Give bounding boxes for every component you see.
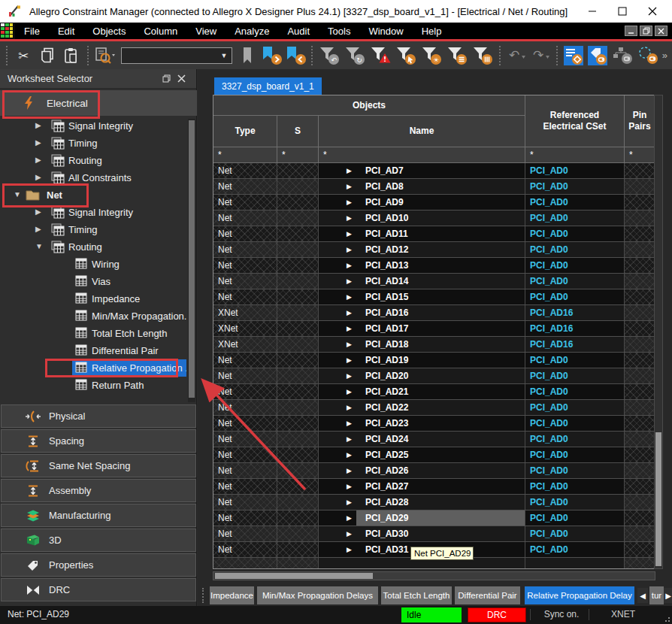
tree-item-signal-integrity[interactable]: ▶Signal Integrity <box>0 204 186 221</box>
cset-cell[interactable]: PCI_AD0 <box>525 368 625 383</box>
cset-cell[interactable]: PCI_AD0 <box>525 526 625 541</box>
menu-item-column[interactable]: Column <box>135 23 186 39</box>
pin-pairs-cell[interactable] <box>625 447 655 462</box>
s-cell[interactable] <box>277 542 319 557</box>
s-cell[interactable] <box>277 305 319 320</box>
type-cell[interactable]: Net <box>213 195 277 210</box>
worksheet-tab-relative-propagation-delay[interactable]: Relative Propagation Delay <box>525 586 634 604</box>
name-cell[interactable]: ▶PCI_AD20 <box>319 368 525 383</box>
expand-row-icon[interactable]: ▶ <box>319 368 356 383</box>
menu-item-window[interactable]: Window <box>359 23 412 39</box>
s-cell[interactable] <box>277 179 319 194</box>
expand-row-icon[interactable]: ▶ <box>319 479 356 494</box>
close-icon[interactable] <box>637 1 667 22</box>
pin-pairs-cell[interactable] <box>625 242 655 257</box>
tree-scrollbar-thumb[interactable] <box>189 120 195 398</box>
s-cell[interactable] <box>277 353 319 368</box>
pin-pairs-cell[interactable] <box>625 510 655 526</box>
s-cell[interactable] <box>277 195 319 210</box>
document-tab[interactable]: 3327_dsp_board_v1_1 <box>214 77 322 95</box>
expander-closed-icon[interactable]: ▶ <box>35 207 41 216</box>
expander-closed-icon[interactable]: ▶ <box>35 156 41 164</box>
expand-row-icon[interactable]: ▶ <box>319 447 356 462</box>
name-cell[interactable]: ▶PCI_AD9 <box>319 195 525 210</box>
cut-icon[interactable]: ✂ <box>13 44 34 67</box>
pin-pairs-cell[interactable] <box>625 495 655 510</box>
pin-pairs-cell[interactable] <box>625 289 655 304</box>
section-assembly[interactable]: Assembly <box>1 479 196 502</box>
cset-cell[interactable]: PCI_AD0 <box>525 258 625 273</box>
section-spacing[interactable]: Spacing <box>1 429 196 453</box>
type-cell[interactable]: Net <box>213 463 277 478</box>
name-cell[interactable]: ▶PCI_AD21 <box>319 384 525 399</box>
domain-header-electrical[interactable]: Electrical <box>0 90 197 116</box>
tag-toggle-icon[interactable] <box>587 44 608 67</box>
combobox-dropdown-icon[interactable]: ▼ <box>216 48 232 63</box>
tree-item-all-constraints[interactable]: ▶All Constraints <box>0 169 186 186</box>
type-cell[interactable]: Net <box>213 274 277 289</box>
expand-row-icon[interactable]: ▶ <box>319 542 356 557</box>
expand-row-icon[interactable]: ▶ <box>319 226 356 241</box>
pin-pairs-cell[interactable] <box>625 163 655 178</box>
cset-cell[interactable] <box>525 558 625 569</box>
expander-closed-icon[interactable]: ▶ <box>35 225 41 233</box>
name-cell[interactable]: ▶PCI_AD19 <box>319 353 525 368</box>
expand-row-icon[interactable]: ▶ <box>319 416 356 431</box>
pin-pairs-cell[interactable] <box>625 558 655 569</box>
name-cell[interactable]: ▶PCI_AD18 <box>319 337 525 352</box>
expander-open-icon[interactable]: ▼ <box>35 242 43 250</box>
s-cell[interactable] <box>277 211 319 226</box>
expand-row-icon[interactable]: ▶ <box>319 463 356 478</box>
expand-row-icon[interactable]: ▶ <box>319 163 356 178</box>
tab-scroll-right-icon[interactable]: ▶ <box>664 588 672 603</box>
section-physical[interactable]: Physical <box>1 404 196 428</box>
tree-item-min-max-propagation[interactable]: Min/Max Propagation... <box>0 307 186 325</box>
expander-closed-icon[interactable]: ▶ <box>35 173 41 181</box>
filter-error-icon[interactable]: ! <box>369 44 392 67</box>
tree-item-impedance[interactable]: Impedance <box>0 290 186 307</box>
next-bookmark-icon[interactable] <box>261 44 282 67</box>
expander-open-icon[interactable]: ▼ <box>14 190 21 198</box>
pin-pairs-cell[interactable] <box>625 368 655 383</box>
cset-cell[interactable]: PCI_AD0 <box>525 432 625 447</box>
expand-row-icon[interactable]: ▶ <box>319 337 356 352</box>
expand-row-icon[interactable]: ▶ <box>319 305 356 320</box>
pin-pairs-cell[interactable] <box>625 337 655 352</box>
type-cell[interactable]: Net <box>213 400 277 415</box>
tree-item-relative-propagation[interactable]: Relative Propagation .. <box>0 359 186 377</box>
s-cell[interactable] <box>277 163 319 178</box>
pin-pairs-cell[interactable] <box>625 258 655 273</box>
type-cell[interactable]: Net <box>213 226 277 241</box>
tree-item-routing[interactable]: ▼Routing <box>0 238 186 256</box>
pin-pairs-cell[interactable] <box>625 479 655 494</box>
name-cell[interactable]: ▶PCI_AD28 <box>319 495 525 510</box>
pin-pairs-cell[interactable] <box>625 179 655 194</box>
name-cell[interactable]: ▶PCI_AD22 <box>319 400 525 415</box>
name-cell[interactable]: ▶PCI_AD17 <box>319 321 525 336</box>
s-cell[interactable] <box>277 400 319 415</box>
type-cell[interactable]: Net <box>213 542 277 557</box>
s-cell[interactable] <box>277 479 319 494</box>
type-cell[interactable]: Net <box>213 416 277 431</box>
expand-row-icon[interactable]: ▶ <box>319 321 356 336</box>
menu-item-file[interactable]: File <box>15 23 49 39</box>
section-manufacturing[interactable]: Manufacturing <box>1 504 196 527</box>
worksheet-toggle-icon[interactable] <box>563 44 584 67</box>
type-cell[interactable]: Net <box>213 289 277 304</box>
menu-item-view[interactable]: View <box>186 23 226 39</box>
tree-item-routing[interactable]: ▶Routing <box>0 152 186 169</box>
s-cell[interactable] <box>277 337 319 352</box>
expand-row-icon[interactable]: ▶ <box>319 195 356 210</box>
close-panel-icon[interactable] <box>174 72 189 86</box>
s-cell[interactable] <box>277 258 319 273</box>
expander-closed-icon[interactable]: ▶ <box>35 138 41 147</box>
name-cell[interactable]: ▶PCI_AD15 <box>319 289 525 304</box>
selection-toggle-icon[interactable] <box>637 44 659 67</box>
tree-item-differential-pair[interactable]: Differential Pair <box>0 342 186 359</box>
menu-item-edit[interactable]: Edit <box>49 23 83 39</box>
name-cell[interactable]: ▶PCI_AD29 <box>319 510 525 526</box>
cset-cell[interactable]: PCI_AD0 <box>525 495 625 510</box>
search-combobox[interactable]: ▼ <box>121 47 232 64</box>
s-cell[interactable] <box>277 242 319 257</box>
expand-row-icon[interactable]: ▶ <box>319 526 356 541</box>
